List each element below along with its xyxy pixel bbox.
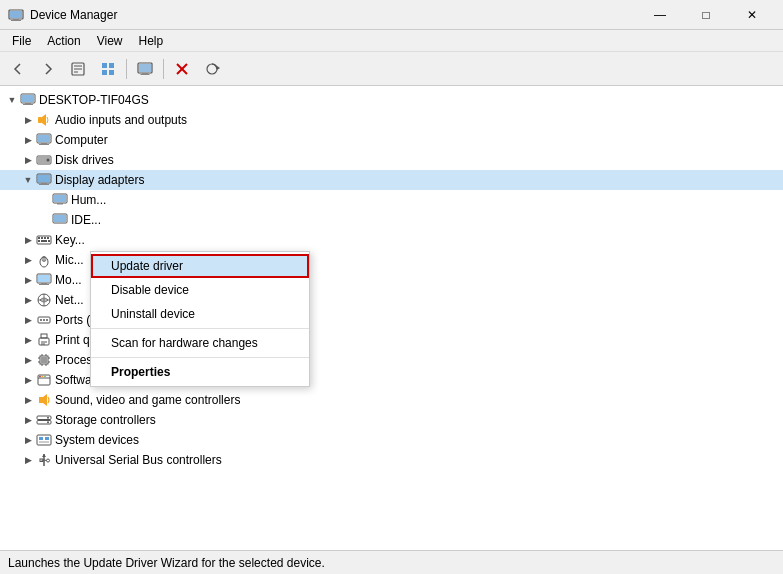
minimize-button[interactable]: — <box>637 0 683 30</box>
toolbar-back[interactable] <box>4 56 32 82</box>
storage-icon <box>36 412 52 428</box>
tree-item-system[interactable]: ▶ System devices <box>0 430 783 450</box>
title-bar: Device Manager — □ ✕ <box>0 0 783 30</box>
tree-item-disk-label: Disk drives <box>55 153 114 167</box>
svg-rect-53 <box>38 275 50 282</box>
svg-rect-42 <box>38 237 40 239</box>
toolbar-delete[interactable] <box>168 56 196 82</box>
tree-item-storage[interactable]: ▶ Storage controllers <box>0 410 783 430</box>
context-menu-disable-device[interactable]: Disable device <box>91 278 309 302</box>
tree-item-usb[interactable]: ▶ Universal Serial Bus controllers <box>0 450 783 470</box>
svg-point-81 <box>44 376 46 378</box>
tree-item-audio-label: Audio inputs and outputs <box>55 113 187 127</box>
expand-system[interactable]: ▶ <box>20 432 36 448</box>
audio-icon <box>36 112 52 128</box>
tree-item-computer-label: Computer <box>55 133 108 147</box>
svg-rect-33 <box>38 175 50 182</box>
expand-keyboard[interactable]: ▶ <box>20 232 36 248</box>
tree-item-ide-label: IDE... <box>71 213 101 227</box>
tree-item-computer[interactable]: ▶ Computer <box>0 130 783 150</box>
svg-rect-26 <box>38 135 50 142</box>
svg-rect-28 <box>39 144 49 145</box>
expand-monitor[interactable]: ▶ <box>20 272 36 288</box>
toolbar <box>0 52 783 86</box>
ports-icon <box>36 312 52 328</box>
svg-rect-46 <box>38 240 40 242</box>
maximize-button[interactable]: □ <box>683 0 729 30</box>
tree-root-label: DESKTOP-TIF04GS <box>39 93 149 107</box>
svg-rect-10 <box>102 70 107 75</box>
svg-rect-38 <box>57 203 63 205</box>
disk-icon <box>36 152 52 168</box>
expand-mice[interactable]: ▶ <box>20 252 36 268</box>
toolbar-view[interactable] <box>94 56 122 82</box>
svg-rect-23 <box>23 104 33 105</box>
tree-item-ide[interactable]: IDE... <box>0 210 783 230</box>
tree-item-mice-label: Mic... <box>55 253 84 267</box>
expand-usb[interactable]: ▶ <box>20 452 36 468</box>
tree-item-display[interactable]: ▼ Display adapters <box>0 170 783 190</box>
expand-audio[interactable]: ▶ <box>20 112 36 128</box>
expand-processor[interactable]: ▶ <box>20 352 36 368</box>
tree-item-system-label: System devices <box>55 433 139 447</box>
svg-rect-64 <box>41 334 47 338</box>
expand-root[interactable]: ▼ <box>4 92 20 108</box>
close-button[interactable]: ✕ <box>729 0 775 30</box>
tree-item-audio[interactable]: ▶ Audio inputs and outputs <box>0 110 783 130</box>
expand-print[interactable]: ▶ <box>20 332 36 348</box>
tree-root[interactable]: ▼ DESKTOP-TIF04GS <box>0 90 783 110</box>
system-icon <box>36 432 52 448</box>
svg-rect-37 <box>54 195 66 202</box>
network-icon <box>36 292 52 308</box>
svg-rect-11 <box>109 70 114 75</box>
svg-rect-87 <box>39 437 43 440</box>
menu-file[interactable]: File <box>4 32 39 50</box>
expand-disk[interactable]: ▶ <box>20 152 36 168</box>
processor-icon <box>36 352 52 368</box>
expand-software[interactable]: ▶ <box>20 372 36 388</box>
svg-marker-91 <box>42 454 46 457</box>
svg-rect-21 <box>22 95 34 102</box>
svg-point-61 <box>43 319 45 321</box>
toolbar-properties[interactable] <box>64 56 92 82</box>
tree-item-sound[interactable]: ▶ Sound, video and game controllers <box>0 390 783 410</box>
svg-point-31 <box>47 159 50 162</box>
svg-rect-47 <box>41 240 47 242</box>
tree-item-keyboard[interactable]: ▶ Key... <box>0 230 783 250</box>
tree-item-hum-label: Hum... <box>71 193 106 207</box>
toolbar-monitor[interactable] <box>131 56 159 82</box>
expand-display[interactable]: ▼ <box>20 172 36 188</box>
svg-rect-8 <box>102 63 107 68</box>
context-menu-properties[interactable]: Properties <box>91 360 309 384</box>
tree-item-display-label: Display adapters <box>55 173 144 187</box>
menu-help[interactable]: Help <box>131 32 172 50</box>
menu-action[interactable]: Action <box>39 32 88 50</box>
ide-device-icon <box>52 212 68 228</box>
svg-rect-2 <box>11 20 21 21</box>
expand-computer[interactable]: ▶ <box>20 132 36 148</box>
toolbar-separator-1 <box>126 59 127 79</box>
svg-point-93 <box>47 459 50 462</box>
expand-network[interactable]: ▶ <box>20 292 36 308</box>
svg-point-84 <box>47 417 49 419</box>
expand-ports[interactable]: ▶ <box>20 312 36 328</box>
status-bar: Launches the Update Driver Wizard for th… <box>0 550 783 574</box>
toolbar-scan[interactable] <box>198 56 226 82</box>
print-icon <box>36 332 52 348</box>
context-menu: Update driver Disable device Uninstall d… <box>90 251 310 387</box>
expand-hum <box>36 192 52 208</box>
svg-rect-35 <box>39 184 49 185</box>
context-menu-update-driver[interactable]: Update driver <box>91 254 309 278</box>
usb-icon <box>36 452 52 468</box>
tree-item-monitor-label: Mo... <box>55 273 82 287</box>
expand-storage[interactable]: ▶ <box>20 412 36 428</box>
svg-point-85 <box>47 421 49 423</box>
tree-item-hum[interactable]: Hum... <box>0 190 783 210</box>
context-menu-scan-hardware[interactable]: Scan for hardware changes <box>91 331 309 355</box>
toolbar-forward[interactable] <box>34 56 62 82</box>
context-menu-uninstall-device[interactable]: Uninstall device <box>91 302 309 326</box>
mice-icon <box>36 252 52 268</box>
expand-sound[interactable]: ▶ <box>20 392 36 408</box>
tree-item-disk[interactable]: ▶ Disk drives <box>0 150 783 170</box>
menu-view[interactable]: View <box>89 32 131 50</box>
